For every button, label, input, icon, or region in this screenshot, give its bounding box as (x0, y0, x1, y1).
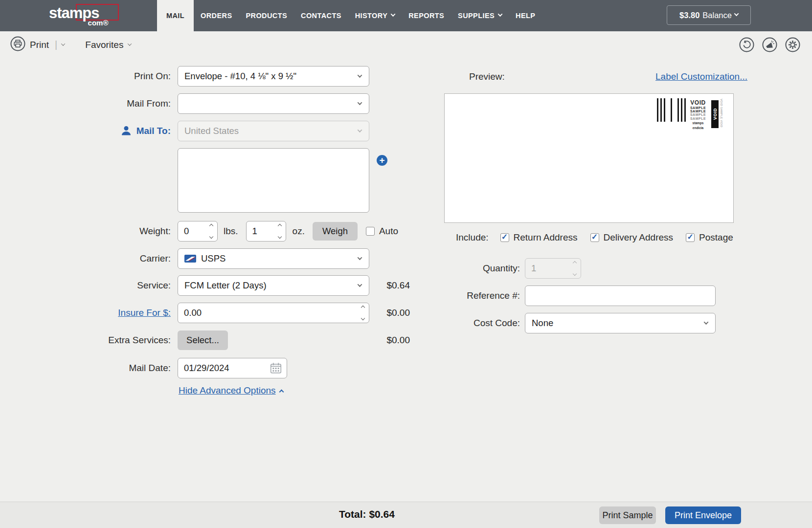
cost-code-select[interactable]: None (525, 313, 716, 333)
insure-input[interactable] (178, 303, 369, 323)
quantity-stepper (525, 258, 581, 279)
calendar-icon[interactable] (269, 361, 283, 375)
cost-code-label: Cost Code: (444, 318, 520, 329)
mail-to-label-wrap: Mail To: (0, 126, 171, 136)
nav-tab-contacts-label: CONTACTS (301, 12, 341, 20)
chevron-down-icon (277, 235, 281, 239)
delivery-address-label: Delivery Address (604, 232, 674, 243)
print-sample-button[interactable]: Print Sample (599, 506, 656, 524)
total-label: Total: $0.64 (339, 508, 395, 520)
megaphone-icon[interactable] (762, 37, 777, 54)
mail-to-label[interactable]: Mail To: (136, 126, 171, 136)
service-row: Service: FCM Letter (2 Days) $0.64 (0, 275, 410, 296)
nav-tab-supplies[interactable]: SUPPLIES (451, 0, 509, 31)
stamp-sample-text: SAMPLE (686, 117, 710, 120)
nav-tab-products[interactable]: PRODUCTS (239, 0, 294, 31)
quantity-row: Quantity: (444, 258, 581, 279)
nav-tab-supplies-label: SUPPLIES (458, 12, 495, 20)
chevron-down-icon (734, 11, 739, 16)
chevron-up-icon (361, 306, 365, 309)
label-customization-text: Label Customization... (655, 71, 747, 82)
nav-tab-help[interactable]: HELP (509, 0, 542, 31)
mail-to-row: Mail To: United States (0, 121, 410, 141)
mail-date-field[interactable] (178, 358, 287, 378)
stamp-sample-text: SAMPLE (686, 110, 710, 113)
service-select[interactable]: FCM Letter (2 Days) (178, 275, 369, 296)
preview-label: Preview: (469, 71, 505, 82)
stepper-arrows[interactable] (278, 224, 281, 238)
auto-checkbox[interactable] (366, 227, 375, 236)
gear-icon[interactable] (785, 37, 800, 54)
envelope-preview: VOID SAMPLE SAMPLE SAMPLE SAMPLE stamps … (444, 93, 734, 223)
nav-tab-orders[interactable]: ORDERS (194, 0, 239, 31)
weigh-button[interactable]: Weigh (313, 222, 358, 241)
print-on-select[interactable]: Envelope - #10, 4 ⅛" x 9 ½" (178, 66, 369, 87)
usps-logo-icon (184, 255, 196, 263)
insure-for-link[interactable]: Insure For $: (118, 308, 171, 318)
chevron-up-icon (279, 389, 284, 394)
reference-row: Reference #: (444, 286, 716, 306)
insure-stepper[interactable] (178, 303, 369, 323)
top-nav: stamps com® MAIL ORDERS PRODUCTS CONTACT… (0, 0, 812, 31)
toolbar: Print | Favorites (0, 31, 812, 57)
nav-tab-history-label: HISTORY (355, 12, 387, 20)
mail-from-select[interactable] (178, 93, 369, 114)
carrier-value: USPS (201, 253, 226, 264)
nav-items: MAIL ORDERS PRODUCTS CONTACTS HISTORY RE… (157, 0, 542, 31)
return-address-label: Return Address (514, 232, 578, 243)
balance-dropdown[interactable]: $3.80 Balance (667, 5, 751, 25)
include-postage: Postage (686, 232, 733, 243)
nav-tab-reports[interactable]: REPORTS (402, 0, 451, 31)
mail-from-row: Mail From: (0, 93, 410, 114)
person-icon[interactable] (121, 126, 132, 135)
history-refresh-icon[interactable] (739, 37, 754, 54)
extra-services-select-button[interactable]: Select... (178, 330, 228, 350)
service-label: Service: (0, 280, 171, 291)
label-customization-link[interactable]: Label Customization... (655, 71, 747, 82)
carrier-label: Carrier: (0, 253, 171, 264)
include-return-address: Return Address (500, 232, 578, 243)
insure-link-wrap: Insure For $: (0, 308, 171, 318)
hide-advanced-options-link[interactable]: Hide Advanced Options (179, 385, 283, 396)
carrier-select[interactable]: USPS (178, 248, 369, 269)
stepper-arrows[interactable] (210, 224, 213, 238)
nav-tab-orders-label: ORDERS (201, 12, 232, 20)
toolbar-right (739, 37, 800, 54)
weight-row: Weight: lbs. oz. Weigh Auto (0, 221, 410, 242)
return-address-checkbox[interactable] (500, 233, 509, 242)
postage-checkbox[interactable] (686, 233, 695, 242)
weight-oz-stepper[interactable] (246, 221, 286, 242)
address-textarea[interactable] (178, 148, 369, 213)
nav-tab-mail[interactable]: MAIL (157, 0, 194, 31)
print-dropdown-chevron-icon[interactable] (61, 42, 65, 45)
print-button-label[interactable]: Print (30, 40, 49, 50)
footer-bar: Total: $0.64 Print Sample Print Envelope (0, 502, 812, 528)
favorites-dropdown[interactable]: Favorites (85, 40, 131, 50)
nav-tab-reports-label: REPORTS (408, 12, 444, 20)
chevron-up-icon (277, 224, 281, 228)
service-value: FCM Letter (2 Days) (184, 280, 267, 291)
print-icon[interactable] (10, 36, 25, 53)
reference-input[interactable] (525, 286, 716, 306)
print-envelope-button[interactable]: Print Envelope (665, 506, 741, 524)
delivery-address-checkbox[interactable] (590, 233, 599, 242)
chevron-up-icon (209, 224, 213, 228)
nav-tab-contacts[interactable]: CONTACTS (294, 0, 348, 31)
add-contact-button[interactable]: + (377, 155, 387, 166)
cost-code-row: Cost Code: None (444, 313, 716, 333)
stamps-logo: stamps com® (49, 4, 122, 27)
reference-label: Reference #: (444, 290, 520, 301)
extra-services-row: Extra Services: Select... $0.00 (0, 330, 410, 350)
weight-label: Weight: (0, 226, 171, 237)
nav-tab-products-label: PRODUCTS (246, 12, 287, 20)
nav-tab-history[interactable]: HISTORY (348, 0, 402, 31)
carrier-row: Carrier: USPS (0, 248, 410, 269)
chevron-down-icon (573, 272, 577, 276)
weight-lbs-stepper[interactable] (178, 221, 218, 242)
chevron-down-icon (128, 42, 132, 45)
stepper-arrows[interactable] (361, 306, 364, 320)
mail-to-country-select: United States (178, 121, 369, 141)
balance-label: Balance (702, 11, 732, 20)
chevron-up-icon (573, 261, 577, 265)
include-row: Include: Return Address Delivery Address… (456, 232, 733, 243)
